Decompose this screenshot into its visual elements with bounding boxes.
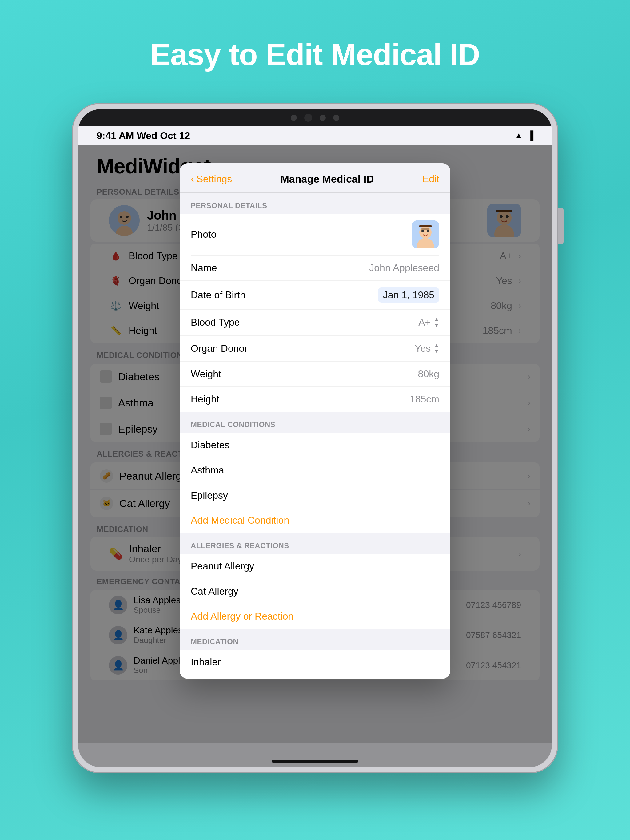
blood-type-stepper[interactable]: ▲▼ [434,316,439,329]
modal-condition-diabetes: Diabetes [180,433,450,458]
photo-label: Photo [191,229,412,240]
modal-dob-row: Date of Birth Jan 1, 1985 [180,281,450,309]
modal-conditions-label: MEDICAL CONDITIONS [180,412,450,433]
camera-dot-main [304,114,312,122]
ipad-device: 9:41 AM Wed Oct 12 ▲ ▐ MediWidget PERSON… [72,103,558,773]
camera-dot-1 [291,115,297,121]
svg-rect-16 [419,225,432,227]
modal-back-button[interactable]: ‹ Settings [191,174,232,185]
name-label: Name [191,262,369,274]
ipad-screen: 9:41 AM Wed Oct 12 ▲ ▐ MediWidget PERSON… [78,109,552,767]
modal-weight-row: Weight 80kg [180,362,450,387]
modal-name-row: Name John Appleseed [180,256,450,281]
modal-allergies-card: Peanut Allergy Cat Allergy Add Allergy o… [180,554,450,629]
modal-medication-card: Inhaler [180,650,450,679]
chevron-left-icon: ‹ [191,174,194,185]
page-title: Easy to Edit Medical ID [150,37,480,72]
modal-allergy-cat: Cat Allergy [180,579,450,604]
modal-nav: ‹ Settings Manage Medical ID Edit [180,163,450,193]
modal-conditions-card: Diabetes Asthma Epilepsy Add Medical Con… [180,433,450,533]
modal-blood-type-row: Blood Type A+ ▲▼ [180,309,450,336]
status-bar: 9:41 AM Wed Oct 12 ▲ ▐ [78,126,552,145]
blood-type-label: Blood Type [191,317,418,328]
modal-organ-donor-row: Organ Donor Yes ▲▼ [180,336,450,362]
modal-condition-asthma: Asthma [180,458,450,483]
modal-condition-epilepsy: Epilepsy [180,483,450,508]
back-label: Settings [196,174,232,185]
modal-personal-label: PERSONAL DETAILS [180,193,450,214]
modal-personal-card: Photo [180,214,450,412]
camera-dot-3 [333,115,339,121]
modal-edit-button[interactable]: Edit [423,174,439,185]
dob-value: Jan 1, 1985 [378,287,439,303]
add-medical-condition-button[interactable]: Add Medical Condition [180,508,450,533]
height-value: 185cm [410,393,439,405]
blood-type-value: A+ ▲▼ [418,316,439,329]
weight-value: 80kg [418,368,439,380]
modal-photo-avatar[interactable] [412,221,439,248]
status-time: 9:41 AM Wed Oct 12 [97,130,190,141]
camera-dot-2 [320,115,326,121]
modal-sheet: ‹ Settings Manage Medical ID Edit PERSON… [180,163,450,679]
modal-overlay: ‹ Settings Manage Medical ID Edit PERSON… [78,145,552,767]
modal-title: Manage Medical ID [280,173,374,185]
status-icons: ▲ ▐ [514,131,533,141]
weight-label: Weight [191,368,418,380]
name-value: John Appleseed [369,262,439,274]
side-button [558,208,564,245]
battery-icon: ▐ [527,131,533,141]
camera-bar [78,109,552,126]
add-allergy-button[interactable]: Add Allergy or Reaction [180,604,450,629]
modal-height-row: Height 185cm [180,387,450,412]
modal-medication-inhaler: Inhaler [180,650,450,679]
modal-allergies-label: ALLERGIES & REACTIONS [180,533,450,554]
modal-photo-row: Photo [180,214,450,255]
wifi-icon: ▲ [514,131,523,141]
height-label: Height [191,393,410,405]
organ-donor-value: Yes ▲▼ [415,343,439,355]
organ-donor-stepper[interactable]: ▲▼ [434,343,439,355]
dob-label: Date of Birth [191,289,378,301]
organ-donor-label: Organ Donor [191,343,415,354]
modal-allergy-peanut: Peanut Allergy [180,554,450,579]
modal-medication-label: MEDICATION [180,629,450,650]
svg-point-17 [421,228,430,230]
